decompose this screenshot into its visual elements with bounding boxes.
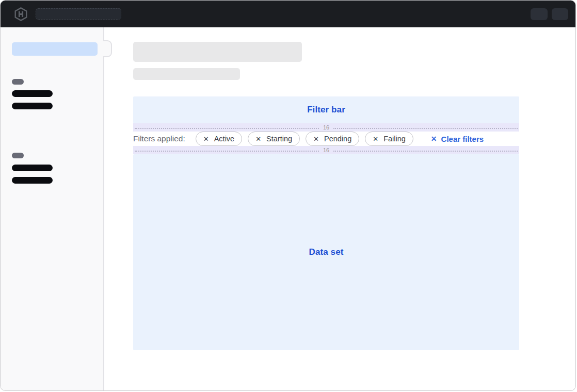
dismiss-icon[interactable]: ✕ — [313, 136, 319, 142]
sidebar-item-placeholder[interactable] — [12, 103, 53, 109]
spacing-indicator-top: 16 — [133, 123, 519, 132]
spacing-dotted-line — [135, 128, 319, 129]
dismiss-icon[interactable]: ✕ — [255, 136, 261, 142]
sidebar-item-placeholder[interactable] — [12, 177, 53, 184]
topbar-action-placeholder-2[interactable] — [552, 8, 568, 20]
filters-applied-label: Filters applied: — [133, 134, 185, 143]
dismiss-icon[interactable]: ✕ — [203, 136, 209, 142]
filter-tag-label: Failing — [383, 135, 406, 143]
spacing-value: 16 — [319, 123, 333, 132]
topbar-search-placeholder[interactable] — [36, 8, 121, 20]
app-window: Filter bar 16 Filters applied: ✕ Active … — [0, 0, 576, 391]
filter-tag-label: Pending — [324, 135, 351, 143]
spacing-dotted-line — [333, 128, 518, 129]
filter-tag-starting[interactable]: ✕ Starting — [248, 132, 300, 146]
data-set-region: Data set — [133, 154, 519, 350]
data-set-region-label: Data set — [309, 247, 344, 257]
sidebar-section-label-placeholder-1 — [12, 79, 24, 85]
sidebar — [1, 27, 104, 390]
filter-tag-pending[interactable]: ✕ Pending — [306, 132, 359, 146]
sidebar-active-item[interactable] — [12, 42, 98, 56]
filter-tag-label: Starting — [266, 135, 292, 143]
topbar — [1, 1, 575, 27]
spacing-dotted-line — [135, 151, 319, 152]
dismiss-icon[interactable]: ✕ — [373, 136, 378, 142]
hashicorp-logo-icon — [14, 7, 28, 21]
sidebar-section-label-placeholder-2 — [12, 153, 24, 158]
spacing-value: 16 — [319, 146, 333, 154]
clear-filters-button[interactable]: ✕ Clear filters — [431, 135, 484, 143]
sidebar-item-placeholder[interactable] — [12, 90, 53, 97]
page-subtitle-placeholder — [133, 68, 240, 80]
spacing-dotted-line — [333, 151, 518, 152]
filter-tag-active[interactable]: ✕ Active — [196, 132, 242, 146]
filter-tag-failing[interactable]: ✕ Failing — [365, 132, 413, 146]
filter-bar-region: Filter bar — [133, 96, 519, 123]
page-title-placeholder — [133, 42, 302, 62]
topbar-action-placeholder-1[interactable] — [531, 8, 548, 20]
clear-filters-label: Clear filters — [441, 135, 484, 143]
sidebar-item-placeholder[interactable] — [12, 165, 53, 171]
spacing-indicator-bottom: 16 — [133, 146, 519, 154]
filter-tag-label: Active — [214, 135, 235, 143]
filters-applied-row: Filters applied: ✕ Active ✕ Starting ✕ P… — [133, 132, 519, 146]
sidebar-flyout-handle[interactable] — [103, 40, 112, 57]
clear-filters-icon[interactable]: ✕ — [431, 135, 437, 143]
filter-bar-region-label: Filter bar — [307, 105, 345, 115]
